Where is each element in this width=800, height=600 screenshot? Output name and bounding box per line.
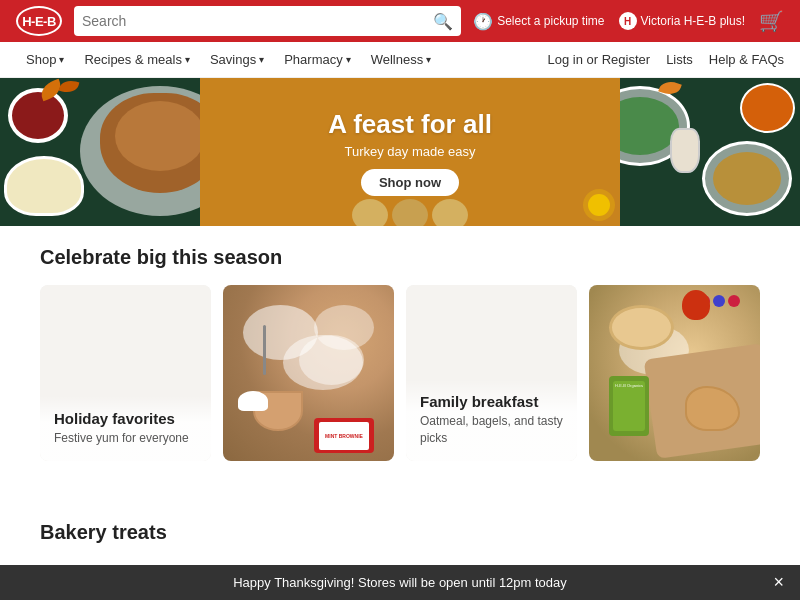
leaf-decoration — [59, 78, 80, 95]
hero-subtitle: Turkey day made easy — [344, 144, 475, 159]
search-input[interactable] — [82, 13, 433, 29]
hplus-icon: H — [619, 12, 637, 30]
card-text: Holiday favorites Festive yum for everyo… — [40, 396, 211, 461]
hero-shop-now-button[interactable]: Shop now — [361, 169, 459, 196]
nav-shop[interactable]: Shop ▾ — [16, 42, 74, 78]
chevron-down-icon: ▾ — [59, 54, 64, 65]
nav-help[interactable]: Help & FAQs — [709, 52, 784, 67]
stuffing-plate — [702, 141, 792, 216]
breakfast-food-image: H-E-B Organics — [589, 285, 760, 461]
hero-center-panel: A feast for all Turkey day made easy Sho… — [200, 78, 620, 226]
logo-text: H-E-B — [22, 14, 56, 29]
store-label: Victoria H-E-B plus! — [641, 14, 745, 28]
store-selector[interactable]: H Victoria H-E-B plus! — [619, 12, 745, 30]
pickup-label: Select a pickup time — [497, 14, 604, 28]
search-button[interactable]: 🔍 — [433, 12, 453, 31]
potatoes-decoration — [4, 156, 84, 216]
cards-grid: Holiday favorites Festive yum for everyo… — [40, 285, 760, 461]
card-desc: Festive yum for everyone — [54, 430, 197, 447]
search-bar-container: 🔍 — [74, 6, 461, 36]
card-desc: Oatmeal, bagels, and tasty picks — [420, 413, 563, 447]
section2-title: Bakery treats — [0, 505, 800, 544]
pickup-selector[interactable]: 🕐 Select a pickup time — [473, 12, 604, 31]
nav-right-links: Log in or Register Lists Help & FAQs — [548, 52, 785, 67]
card-title: Family breakfast — [420, 393, 563, 410]
card-text: Family breakfast Oatmeal, bagels, and ta… — [406, 379, 577, 461]
header: H-E-B 🔍 🕐 Select a pickup time H Victori… — [0, 0, 800, 42]
notification-message: Happy Thanksgiving! Stores will be open … — [233, 575, 567, 590]
hero-title: A feast for all — [328, 109, 492, 140]
chevron-down-icon: ▾ — [426, 54, 431, 65]
nav-recipes[interactable]: Recipes & meals ▾ — [74, 42, 200, 78]
holiday-food-image: MINT BROWNIE — [223, 285, 394, 461]
chevron-down-icon: ▾ — [185, 54, 190, 65]
nav-pharmacy[interactable]: Pharmacy ▾ — [274, 42, 361, 78]
gravy-decoration — [670, 128, 700, 173]
breakfast-image-card[interactable]: H-E-B Organics — [589, 285, 760, 461]
cart-icon[interactable]: 🛒 — [759, 9, 784, 33]
section1-title: Celebrate big this season — [40, 246, 760, 269]
header-actions: 🕐 Select a pickup time H Victoria H-E-B … — [473, 9, 784, 33]
card-title: Holiday favorites — [54, 410, 197, 427]
clock-icon: 🕐 — [473, 12, 493, 31]
cranberry-decoration — [8, 88, 68, 143]
nav-savings[interactable]: Savings ▾ — [200, 42, 274, 78]
flower-decoration — [588, 194, 610, 216]
heb-logo[interactable]: H-E-B — [16, 6, 62, 36]
notification-bar: Happy Thanksgiving! Stores will be open … — [0, 565, 800, 600]
notification-close-button[interactable]: × — [773, 572, 784, 593]
chevron-down-icon: ▾ — [259, 54, 264, 65]
main-nav: Shop ▾ Recipes & meals ▾ Savings ▾ Pharm… — [0, 42, 800, 78]
pumpkin-decoration — [740, 83, 795, 133]
holiday-favorites-card[interactable]: Holiday favorites Festive yum for everyo… — [40, 285, 211, 461]
main-content: Celebrate big this season Holiday favori… — [0, 226, 800, 505]
hero-banner: A feast for all Turkey day made easy Sho… — [0, 78, 800, 226]
nav-lists[interactable]: Lists — [666, 52, 693, 67]
family-breakfast-card[interactable]: Family breakfast Oatmeal, bagels, and ta… — [406, 285, 577, 461]
nav-login[interactable]: Log in or Register — [548, 52, 651, 67]
chevron-down-icon: ▾ — [346, 54, 351, 65]
nav-wellness[interactable]: Wellness ▾ — [361, 42, 442, 78]
holiday-image-card[interactable]: MINT BROWNIE — [223, 285, 394, 461]
